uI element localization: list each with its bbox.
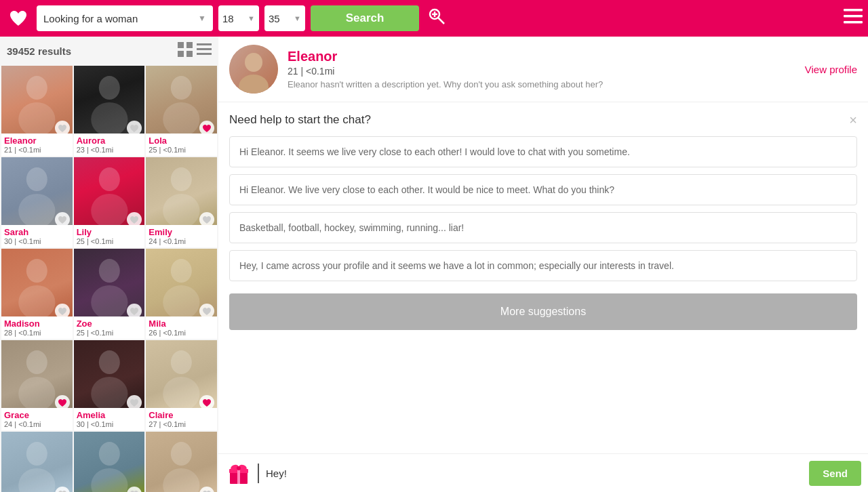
svg-point-38	[26, 442, 47, 466]
profile-card[interactable]: Zoe25 | <0.1mi	[74, 249, 145, 339]
profile-card[interactable]: Eleanor21 | <0.1mi	[1, 66, 73, 156]
profile-card-info: Eleanor21 | <0.1mi	[1, 134, 73, 156]
profile-card[interactable]: Sarah30 | <0.1mi	[1, 157, 73, 247]
chat-suggestions-area: Need help to start the chat? × Hi Eleano…	[218, 102, 868, 453]
svg-rect-11	[197, 43, 212, 45]
svg-point-22	[98, 167, 119, 191]
profile-card[interactable]: Amelia30 | <0.1mi	[74, 340, 145, 430]
suggestion-item[interactable]: Hi Eleanor. We live very close to each o…	[229, 174, 857, 205]
heart-button[interactable]	[55, 121, 70, 136]
search-filter-dropdown[interactable]: Looking for a woman ▼	[37, 5, 213, 31]
profile-card[interactable]: Emily24 | <0.1mi	[146, 157, 217, 247]
profile-card[interactable]: Claire27 | <0.1mi	[146, 340, 217, 430]
more-suggestions-button[interactable]: More suggestions	[229, 293, 857, 330]
left-panel: 39452 results Eleanor21	[0, 37, 218, 492]
age-max-select[interactable]: 35 ▼	[264, 5, 305, 31]
svg-point-16	[98, 76, 119, 100]
svg-point-26	[26, 259, 47, 283]
profile-card-detail: 21 | <0.1mi	[4, 146, 70, 154]
svg-rect-12	[197, 48, 212, 50]
view-profile-button[interactable]: View profile	[805, 64, 857, 75]
profile-card-detail: 26 | <0.1mi	[149, 329, 214, 337]
svg-point-28	[98, 259, 119, 283]
profile-card[interactable]: row4a22 | <0.1mi	[1, 432, 73, 492]
age-min-select[interactable]: 18 ▼	[218, 5, 259, 31]
profile-card-name: Aurora	[77, 136, 142, 146]
profile-card-info: Lily25 | <0.1mi	[74, 225, 145, 247]
main-layout: 39452 results Eleanor21	[0, 37, 868, 492]
profile-name: Eleanor	[288, 49, 795, 64]
message-input-field[interactable]	[258, 464, 804, 483]
profile-card-name: Madison	[4, 319, 70, 329]
svg-rect-9	[178, 51, 184, 57]
profiles-grid: Eleanor21 | <0.1mi Aurora23 | <0.1mi Lol…	[0, 66, 218, 492]
profile-description: Eleanor hasn't written a description yet…	[288, 79, 795, 89]
heart-button[interactable]	[199, 121, 214, 136]
profile-card-detail: 30 | <0.1mi	[4, 237, 70, 245]
zoom-icon[interactable]	[427, 7, 446, 30]
profile-card-info: Amelia30 | <0.1mi	[74, 408, 145, 430]
svg-point-25	[163, 194, 200, 225]
suggestion-item[interactable]: Hi Eleanor. It seems we live very close …	[229, 136, 857, 167]
svg-point-14	[26, 76, 47, 100]
grid-view-icon[interactable]	[178, 42, 193, 60]
svg-point-18	[171, 76, 192, 100]
profile-card-name: Zoe	[77, 319, 142, 329]
svg-point-30	[171, 259, 192, 283]
dropdown-arrow-icon: ▼	[198, 14, 206, 23]
profile-card-detail: 27 | <0.1mi	[149, 420, 214, 428]
suggestion-item[interactable]: Hey, I came across your profile and it s…	[229, 250, 857, 281]
profile-card[interactable]: Madison28 | <0.1mi	[1, 249, 73, 339]
profile-card-image	[146, 432, 217, 492]
hamburger-menu-icon[interactable]	[844, 9, 863, 28]
profile-card[interactable]: Grace24 | <0.1mi	[1, 340, 73, 430]
heart-button[interactable]	[55, 395, 70, 410]
send-button[interactable]: Send	[809, 461, 861, 486]
svg-point-31	[163, 285, 200, 316]
svg-rect-5	[844, 15, 863, 18]
heart-button[interactable]	[199, 212, 214, 227]
profile-card[interactable]: row4c24 | <0.1mi	[146, 432, 217, 492]
profile-card[interactable]: Aurora23 | <0.1mi	[74, 66, 145, 156]
profile-card-info: Sarah30 | <0.1mi	[1, 225, 73, 247]
svg-rect-10	[186, 51, 193, 57]
heart-button[interactable]	[199, 304, 214, 319]
svg-point-19	[163, 102, 200, 134]
profile-card-name: Claire	[149, 410, 214, 420]
profile-card-name: Grace	[4, 410, 70, 420]
close-button[interactable]: ×	[849, 113, 857, 127]
profile-card-info: Claire27 | <0.1mi	[146, 408, 217, 430]
profile-card-info: Emily24 | <0.1mi	[146, 225, 217, 247]
profile-card-detail: 25 | <0.1mi	[77, 237, 142, 245]
svg-point-29	[91, 285, 127, 316]
profile-card-detail: 24 | <0.1mi	[149, 237, 214, 245]
profile-info: Eleanor 21 | <0.1mi Eleanor hasn't writt…	[288, 49, 795, 89]
profile-meta: 21 | <0.1mi	[288, 66, 795, 77]
profile-card[interactable]: Lily25 | <0.1mi	[74, 157, 145, 247]
profile-card-detail: 25 | <0.1mi	[77, 329, 142, 337]
profile-card-image	[1, 432, 73, 492]
right-panel: Eleanor 21 | <0.1mi Eleanor hasn't writt…	[218, 37, 868, 492]
heart-button[interactable]	[55, 304, 70, 319]
age-min-arrow-icon: ▼	[248, 14, 255, 22]
svg-point-52	[237, 466, 241, 470]
list-view-icon[interactable]	[197, 42, 212, 60]
profile-card[interactable]: Mila26 | <0.1mi	[146, 249, 217, 339]
svg-point-43	[163, 468, 200, 492]
svg-point-23	[91, 194, 127, 225]
profile-card[interactable]: row4b28 | <0.1mi	[74, 432, 145, 492]
svg-line-1	[438, 18, 444, 24]
selected-profile-header: Eleanor 21 | <0.1mi Eleanor hasn't writt…	[218, 37, 868, 102]
app-logo[interactable]	[5, 5, 31, 31]
heart-button[interactable]	[55, 212, 70, 227]
svg-point-36	[171, 350, 192, 374]
svg-rect-8	[186, 42, 193, 48]
heart-button[interactable]	[199, 395, 214, 410]
search-button[interactable]: Search	[311, 5, 419, 31]
chat-help-title: Need help to start the chat?	[229, 113, 371, 127]
gift-icon[interactable]	[225, 459, 252, 487]
suggestion-item[interactable]: Basketball, football, hockey, swimming, …	[229, 212, 857, 243]
svg-rect-6	[844, 21, 863, 24]
profile-card[interactable]: Lola25 | <0.1mi	[146, 66, 217, 156]
profile-card-name: Eleanor	[4, 136, 70, 146]
